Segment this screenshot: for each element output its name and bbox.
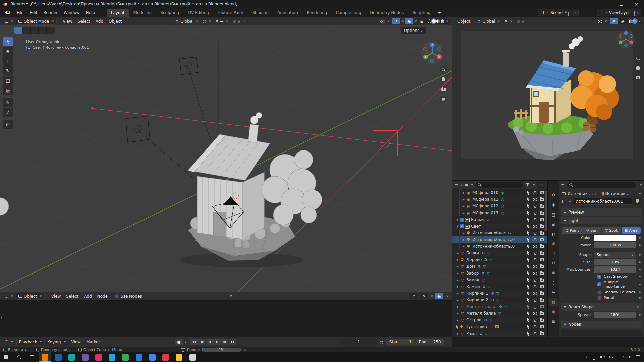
node-arrange-icon[interactable]: ↑ (410, 293, 418, 299)
navigation-gizmo[interactable]: Z X Y (420, 41, 444, 65)
timeline-editor-type-button[interactable]: ∨ (3, 340, 15, 344)
language-indicator[interactable]: РУС (609, 355, 616, 359)
hide-render-icon[interactable] (540, 332, 544, 335)
hide-viewport-icon[interactable] (533, 311, 537, 315)
taskbar-app-notes[interactable] (186, 352, 199, 362)
network-icon[interactable] (592, 356, 596, 359)
hide-render-icon[interactable] (540, 299, 544, 302)
expand-icon[interactable]: ▶ (455, 305, 460, 308)
pin-icon[interactable] (230, 295, 232, 298)
expand-icon[interactable]: ▶ (455, 285, 460, 288)
animate-dot[interactable] (639, 276, 641, 277)
add-workspace-button[interactable]: + (435, 8, 444, 17)
animate-dot[interactable] (639, 284, 641, 285)
expand-icon[interactable]: ▶ (455, 279, 460, 282)
outliner-row[interactable]: ▶ ✓ Балки ⚙ Ɔ ∗ ◎ ▽ ▽ ↪ (452, 216, 547, 223)
maximize-button[interactable] (614, 0, 629, 8)
tool-rotate[interactable]: ↻ (3, 66, 13, 75)
selectable-icon[interactable] (526, 211, 530, 215)
expand-icon[interactable]: ▶ (455, 265, 460, 268)
hide-render-icon[interactable] (540, 258, 544, 261)
browse-light-dropdown[interactable]: ∨ (562, 200, 572, 203)
hide-viewport-icon[interactable] (533, 231, 537, 235)
ortho-grid-icon[interactable]: ▦ (440, 96, 447, 102)
expand-icon[interactable]: ▶ (455, 218, 460, 221)
editor-type-button[interactable]: ∨ (3, 294, 15, 298)
properties-search-input[interactable] (567, 182, 637, 188)
editor-type-button[interactable]: ∨ (3, 19, 15, 23)
hide-viewport-icon[interactable] (533, 244, 537, 248)
expand-icon[interactable]: ▶ (455, 325, 459, 329)
selectable-icon[interactable] (526, 231, 530, 235)
frame-end-field[interactable]: End250 (416, 339, 444, 345)
taskbar-app-purple[interactable] (79, 352, 91, 362)
checkbox[interactable]: ✓ (597, 282, 601, 286)
region-expand-icon[interactable]: ▸ (1, 316, 3, 319)
hide-viewport-icon[interactable] (533, 197, 537, 201)
expand-icon[interactable]: ▶ (455, 332, 460, 335)
hide-viewport-icon[interactable] (533, 298, 537, 302)
selectable-icon[interactable] (526, 311, 530, 316)
start-button[interactable] (0, 352, 13, 362)
expand-icon[interactable]: ▶ (455, 292, 460, 295)
selectable-icon[interactable] (526, 264, 530, 269)
transform-orientation-dropdown[interactable]: ⇅ Global∨ (476, 18, 502, 24)
clock[interactable]: 15:18 (621, 355, 631, 359)
menu-item[interactable]: Edit (26, 9, 40, 16)
workspace-tab[interactable]: Shading (248, 9, 273, 17)
selectable-icon[interactable] (526, 244, 530, 249)
taskbar-app-green[interactable] (119, 352, 131, 362)
max-bounces-field[interactable]: 1024 (594, 266, 636, 273)
outliner-row[interactable]: ▶ ✓ Металл балка ⚙ Ɔ ∗ ◎ ▽ ▽ ↪ (452, 310, 547, 317)
selectable-icon[interactable] (526, 251, 530, 255)
taskbar-app-opera[interactable] (160, 352, 172, 362)
tab-constraints[interactable]: ↪ (549, 289, 558, 296)
outliner-row[interactable]: ▶ ✓ МСфера.013 ⚙ Ɔ ∗ ◎ ▽ ▽ ↪ (452, 209, 547, 216)
outliner-row[interactable]: ▶ ✓ МСфера.010 ⚙ Ɔ ∗ ◎ ▽ ▽ ↪ (452, 189, 547, 196)
workspace-tab[interactable]: Modeling (129, 9, 156, 17)
rendered-canvas[interactable] (452, 25, 644, 180)
light-type-button[interactable]: ⊙Point (562, 227, 582, 234)
node-menu-item[interactable]: Node (95, 293, 110, 300)
viewport-menu-item[interactable]: View (60, 18, 75, 25)
proportional-editing-dropdown[interactable]: ⊙ ∧ (515, 18, 527, 24)
size-field[interactable]: 1 m (594, 259, 636, 265)
outliner-row[interactable]: ▶ ✓ Источник-область ⚙ Ɔ ∗ ◎ ▽ ▽ ↪ (452, 230, 547, 236)
tab-output[interactable]: ▤ (549, 211, 558, 218)
viewport-3d[interactable]: ∨ Object Mode∨ ViewSelectAddObject ⇅ Glo… (0, 17, 452, 292)
hide-viewport-icon[interactable] (533, 278, 537, 282)
outliner-row[interactable]: ▶ ✓ Остров ⚙ Ɔ ∗ ◎ ▽ ▽ ↪ (452, 317, 547, 323)
outliner-row[interactable]: ▶ ✓ Рама ⚙ Ɔ ∗ ◎ ▽ ▽ ↪ (452, 330, 547, 337)
tab-object-data[interactable]: ◍ (549, 298, 558, 306)
object-menu[interactable]: Object (454, 18, 473, 25)
shading-material-button[interactable] (436, 19, 440, 23)
workspace-tab[interactable]: Texture Paint (213, 9, 248, 17)
workspace-tab[interactable]: Animation (273, 9, 302, 17)
node-snap-icon[interactable]: ∩ (420, 293, 428, 299)
spread-field[interactable]: 180° (594, 312, 636, 318)
expand-icon[interactable]: ▶ (455, 272, 460, 275)
tray-expand-icon[interactable]: ∧ (585, 356, 588, 359)
transform-orientation-dropdown[interactable]: ⇅ Global∨ (174, 18, 200, 24)
hide-render-icon[interactable] (540, 198, 544, 201)
unlink-scene-icon[interactable]: × (574, 10, 577, 15)
tab-render[interactable]: ◉ (549, 201, 558, 208)
selectable-icon[interactable] (526, 204, 530, 208)
mode-dropdown[interactable]: Object Mode∨ (16, 18, 57, 25)
proportional-editing-dropdown[interactable]: ⊙ ∧∨ (231, 18, 248, 24)
transform-pivot-dropdown[interactable]: ◎∨ (201, 18, 213, 24)
animate-dot[interactable] (639, 297, 641, 299)
viewlayer-selector[interactable]: ∨ ViewLayer × (597, 9, 641, 16)
filter-funnel-icon[interactable] (526, 183, 530, 187)
tab-physics[interactable]: ◌ (549, 279, 558, 286)
light-type-button[interactable]: ▦Area (622, 227, 641, 234)
color-swatch[interactable] (594, 235, 636, 241)
tab-tool[interactable]: ⚙ (549, 191, 558, 199)
hide-render-icon[interactable] (540, 218, 544, 221)
tab-texture[interactable]: ▦ (549, 318, 558, 325)
animate-dot[interactable] (639, 291, 641, 293)
taskbar-app-teal[interactable] (66, 352, 78, 362)
pin-icon[interactable] (565, 11, 567, 14)
hide-viewport-icon[interactable] (533, 285, 537, 289)
hide-viewport-icon[interactable] (533, 211, 537, 215)
